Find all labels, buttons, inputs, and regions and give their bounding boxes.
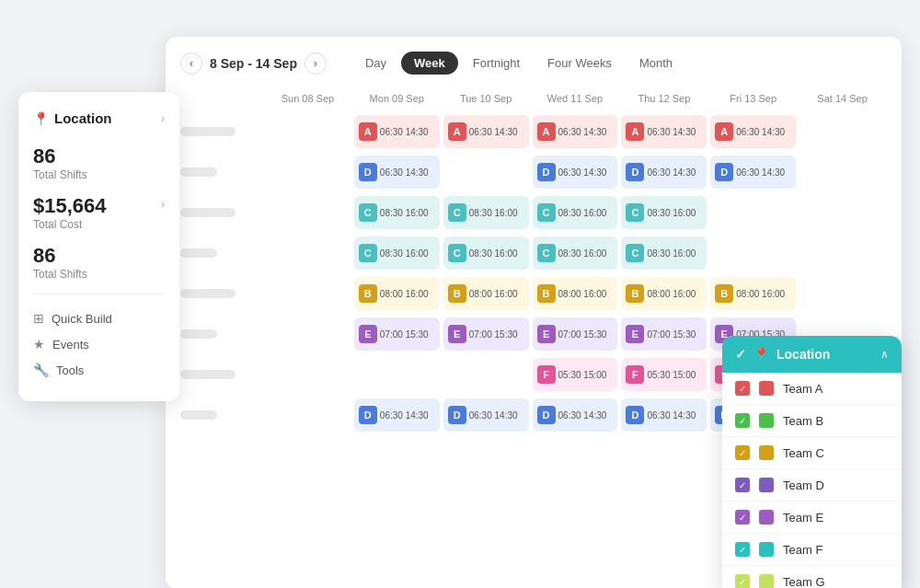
shift-block-0-3[interactable]: A06:30 14:30 (533, 115, 618, 148)
tab-fortnight[interactable]: Fortnight (460, 52, 533, 75)
tab-month[interactable]: Month (627, 52, 685, 75)
cell-0-3[interactable]: A06:30 14:30 (531, 111, 620, 152)
cell-0-1[interactable]: A06:30 14:30 (352, 111, 442, 152)
cell-6-4[interactable]: F05:30 15:00 (619, 354, 708, 395)
prev-button[interactable]: ‹ (180, 52, 202, 75)
shift-block-0-1[interactable]: A06:30 14:30 (354, 115, 440, 148)
shift-block-1-4[interactable]: D06:30 14:30 (621, 156, 707, 189)
cell-6-3[interactable]: F05:30 15:00 (531, 354, 620, 395)
menu-item-events[interactable]: ★ Events (33, 331, 165, 357)
shift-block-2-2[interactable]: C08:30 16:00 (443, 196, 529, 229)
shift-block-3-2[interactable]: C08:30 16:00 (443, 236, 529, 270)
cell-3-2[interactable]: C08:30 16:00 (442, 233, 531, 273)
cell-6-1[interactable] (352, 354, 442, 395)
cell-0-5[interactable]: A06:30 14:30 (708, 111, 798, 152)
shift-block-1-3[interactable]: D06:30 14:30 (533, 156, 618, 189)
shift-block-5-2[interactable]: E07:00 15:30 (443, 317, 529, 351)
tab-four-weeks[interactable]: Four Weeks (535, 52, 625, 75)
cell-2-3[interactable]: C08:30 16:00 (531, 192, 620, 233)
cell-4-1[interactable]: B08:00 16:00 (352, 273, 442, 314)
cell-2-6[interactable] (798, 192, 887, 233)
cell-7-2[interactable]: D06:30 14:30 (442, 395, 531, 435)
sidebar-location[interactable]: 📍 Location › (33, 110, 165, 126)
shift-block-5-3[interactable]: E07:00 15:30 (533, 317, 618, 351)
cell-6-0[interactable] (263, 354, 352, 395)
cell-1-0[interactable] (263, 152, 352, 192)
menu-item-tools[interactable]: 🔧 Tools (33, 357, 165, 383)
cell-7-3[interactable]: D06:30 14:30 (531, 395, 620, 435)
shift-block-2-4[interactable]: C08:30 16:00 (621, 196, 707, 229)
cell-1-1[interactable]: D06:30 14:30 (352, 152, 442, 192)
dropdown-team-A[interactable]: ✓Team A (722, 373, 902, 405)
dropdown-team-C[interactable]: ✓Team C (722, 437, 902, 469)
menu-item-quick-build[interactable]: ⊞ Quick Build (33, 306, 165, 331)
cell-5-4[interactable]: E07:00 15:30 (619, 314, 708, 354)
cell-3-1[interactable]: C08:30 16:00 (352, 233, 442, 273)
shift-block-1-1[interactable]: D06:30 14:30 (354, 156, 440, 189)
dropdown-team-G[interactable]: ✓Team G (722, 566, 902, 588)
cell-4-2[interactable]: B08:00 16:00 (442, 273, 531, 314)
cell-4-3[interactable]: B08:00 16:00 (531, 273, 620, 314)
cell-7-0[interactable] (263, 395, 352, 435)
cell-3-6[interactable] (798, 233, 887, 273)
shift-block-4-1[interactable]: B08:00 16:00 (354, 277, 440, 310)
stat-link-icon[interactable]: › (161, 198, 165, 211)
cell-4-4[interactable]: B08:00 16:00 (619, 273, 708, 314)
cell-1-2[interactable] (442, 152, 531, 192)
shift-block-4-3[interactable]: B08:00 16:00 (533, 277, 618, 310)
cell-1-5[interactable]: D06:30 14:30 (708, 152, 798, 192)
cell-3-0[interactable] (263, 233, 352, 273)
cell-4-0[interactable] (263, 273, 352, 314)
shift-block-0-4[interactable]: A06:30 14:30 (621, 115, 707, 148)
tab-day[interactable]: Day (352, 52, 399, 75)
cell-5-2[interactable]: E07:00 15:30 (442, 314, 531, 354)
cell-4-6[interactable] (798, 273, 887, 314)
cell-0-4[interactable]: A06:30 14:30 (619, 111, 708, 152)
shift-block-7-1[interactable]: D06:30 14:30 (354, 398, 440, 432)
shift-block-4-2[interactable]: B08:00 16:00 (443, 277, 529, 310)
cell-2-4[interactable]: C08:30 16:00 (619, 192, 708, 233)
shift-block-7-2[interactable]: D06:30 14:30 (443, 398, 529, 432)
cell-6-2[interactable] (442, 354, 531, 395)
dropdown-team-E[interactable]: ✓Team E (722, 502, 902, 534)
cell-5-1[interactable]: E07:00 15:30 (352, 314, 442, 354)
cell-5-0[interactable] (263, 314, 352, 354)
cell-4-5[interactable]: B08:00 16:00 (708, 273, 798, 314)
shift-block-2-3[interactable]: C08:30 16:00 (533, 196, 618, 229)
cell-5-3[interactable]: E07:00 15:30 (531, 314, 620, 354)
shift-block-0-2[interactable]: A06:30 14:30 (443, 115, 529, 148)
shift-block-2-1[interactable]: C08:30 16:00 (354, 196, 440, 229)
dropdown-header[interactable]: ✓ 📍 Location ∧ (722, 336, 902, 373)
cell-1-3[interactable]: D06:30 14:30 (531, 152, 620, 192)
cell-0-2[interactable]: A06:30 14:30 (442, 111, 531, 152)
dropdown-team-D[interactable]: ✓Team D (722, 469, 902, 502)
shift-block-3-1[interactable]: C08:30 16:00 (354, 236, 440, 270)
cell-3-5[interactable] (708, 233, 798, 273)
shift-block-4-5[interactable]: B08:00 16:00 (710, 277, 796, 310)
shift-block-5-1[interactable]: E07:00 15:30 (354, 317, 440, 351)
dropdown-team-B[interactable]: ✓Team B (722, 405, 902, 437)
cell-3-4[interactable]: C08:30 16:00 (619, 233, 708, 273)
cell-1-6[interactable] (798, 152, 887, 192)
cell-0-0[interactable] (263, 111, 352, 152)
shift-block-7-3[interactable]: D06:30 14:30 (533, 398, 618, 432)
next-button[interactable]: › (305, 52, 327, 75)
cell-0-6[interactable] (798, 111, 887, 152)
shift-block-5-4[interactable]: E07:00 15:30 (621, 317, 707, 351)
cell-7-4[interactable]: D06:30 14:30 (619, 395, 708, 435)
shift-block-6-4[interactable]: F05:30 15:00 (621, 358, 707, 391)
shift-block-3-4[interactable]: C08:30 16:00 (621, 236, 707, 270)
cell-2-5[interactable] (708, 192, 798, 233)
shift-block-7-4[interactable]: D06:30 14:30 (621, 398, 707, 432)
shift-block-0-5[interactable]: A06:30 14:30 (710, 115, 796, 148)
cell-2-2[interactable]: C08:30 16:00 (442, 192, 531, 233)
cell-3-3[interactable]: C08:30 16:00 (531, 233, 620, 273)
tab-week[interactable]: Week (401, 52, 458, 75)
cell-1-4[interactable]: D06:30 14:30 (619, 152, 708, 192)
shift-block-4-4[interactable]: B08:00 16:00 (621, 277, 707, 310)
shift-block-6-3[interactable]: F05:30 15:00 (533, 358, 618, 391)
cell-2-1[interactable]: C08:30 16:00 (352, 192, 442, 233)
shift-block-1-5[interactable]: D06:30 14:30 (710, 156, 796, 189)
dropdown-team-F[interactable]: ✓Team F (722, 534, 902, 566)
cell-2-0[interactable] (263, 192, 352, 233)
